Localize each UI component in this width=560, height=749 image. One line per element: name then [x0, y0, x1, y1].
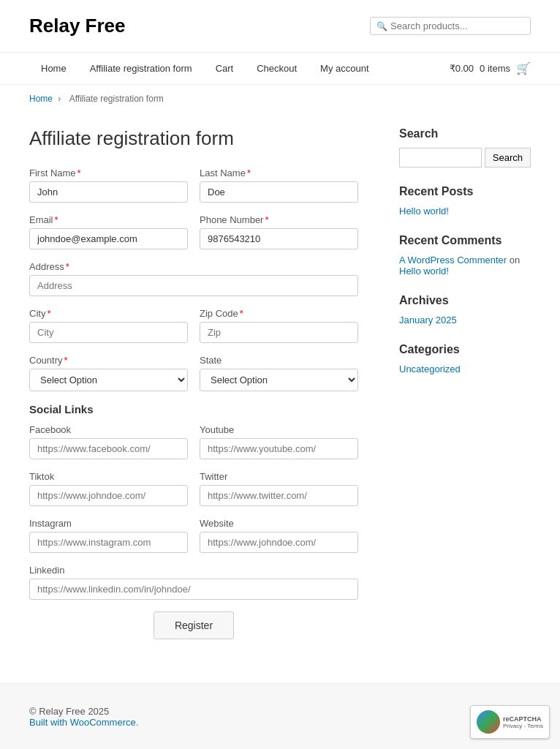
- sidebar-categories-title: Categories: [399, 343, 531, 356]
- sidebar-comment-author[interactable]: A WordPress Commenter: [399, 255, 507, 266]
- sidebar-comment-text: A WordPress Commenter on Hello world!: [399, 255, 531, 276]
- twitter-group: Twitter: [200, 471, 358, 506]
- city-zip-row: City* Zip Code*: [29, 308, 358, 343]
- twitter-input[interactable]: [200, 485, 358, 506]
- first-name-input[interactable]: [29, 181, 188, 203]
- sidebar-search-input[interactable]: [399, 148, 482, 168]
- phone-input[interactable]: [200, 228, 358, 249]
- state-group: State Select Option: [200, 355, 358, 391]
- facebook-input[interactable]: [29, 438, 188, 459]
- phone-group: Phone Number*: [200, 214, 358, 249]
- cart-info[interactable]: ₹0.00 0 items 🛒: [450, 61, 531, 75]
- first-name-label: First Name*: [29, 168, 188, 178]
- sidebar-archives: Archives January 2025: [399, 294, 531, 325]
- breadcrumb-current: Affiliate registration form: [69, 94, 164, 104]
- city-input[interactable]: [29, 322, 188, 343]
- last-name-group: Last Name*: [200, 168, 358, 203]
- address-row: Address*: [29, 261, 358, 296]
- sidebar-recent-post-0[interactable]: Hello world!: [399, 206, 531, 217]
- instagram-website-row: Instagram Website: [29, 518, 358, 553]
- header-search-input[interactable]: [390, 20, 524, 31]
- nav-links: Home Affiliate registration form Cart Ch…: [29, 53, 381, 84]
- main-content: Affiliate registration form First Name* …: [29, 127, 370, 639]
- city-label: City*: [29, 308, 188, 319]
- footer-woo: Built with WooCommerce.: [29, 717, 531, 728]
- nav-myaccount[interactable]: My account: [309, 53, 380, 84]
- sidebar: Search Search Recent Posts Hello world! …: [399, 127, 531, 639]
- email-input[interactable]: [29, 228, 188, 249]
- affiliate-form: First Name* Last Name* Email*: [29, 168, 358, 639]
- linkedin-input[interactable]: [29, 579, 358, 600]
- instagram-input[interactable]: [29, 532, 188, 553]
- sidebar-recent-comments-title: Recent Comments: [399, 234, 531, 247]
- sidebar-comment-on: on: [510, 255, 520, 266]
- breadcrumb: Home › Affiliate registration form: [0, 85, 560, 113]
- tiktok-input[interactable]: [29, 485, 188, 506]
- sidebar-comment-post[interactable]: Hello world!: [399, 266, 449, 276]
- page-title: Affiliate registration form: [29, 127, 370, 150]
- sidebar-recent-posts-title: Recent Posts: [399, 185, 531, 198]
- sidebar-archives-title: Archives: [399, 294, 531, 307]
- sidebar-search-title: Search: [399, 127, 531, 140]
- sidebar-category-0[interactable]: Uncategorized: [399, 364, 531, 374]
- nav-home[interactable]: Home: [29, 53, 78, 84]
- cart-icon: 🛒: [516, 61, 531, 75]
- website-input[interactable]: [200, 532, 358, 553]
- recaptcha-logo: [477, 710, 500, 734]
- nav-cart[interactable]: Cart: [204, 53, 246, 84]
- site-title[interactable]: Relay Free: [29, 15, 126, 37]
- country-group: Country* Select Option: [29, 355, 188, 391]
- sidebar-recent-comments: Recent Comments A WordPress Commenter on…: [399, 234, 531, 276]
- city-group: City*: [29, 308, 188, 343]
- youtube-label: Youtube: [200, 424, 358, 435]
- search-icon: 🔍: [377, 21, 387, 31]
- tiktok-twitter-row: Tiktok Twitter: [29, 471, 358, 506]
- website-label: Website: [200, 518, 358, 529]
- sidebar-search-bar: Search: [399, 148, 531, 168]
- cart-items: 0 items: [480, 63, 510, 74]
- name-row: First Name* Last Name*: [29, 168, 358, 203]
- linkedin-row: Linkedin: [29, 565, 358, 600]
- country-select[interactable]: Select Option: [29, 369, 188, 391]
- youtube-group: Youtube: [200, 424, 358, 459]
- zip-group: Zip Code*: [200, 308, 358, 343]
- website-group: Website: [200, 518, 358, 553]
- state-label: State: [200, 355, 358, 366]
- instagram-label: Instagram: [29, 518, 188, 529]
- facebook-group: Facebook: [29, 424, 188, 459]
- youtube-input[interactable]: [200, 438, 358, 459]
- footer-woo-link[interactable]: Built with WooCommerce: [29, 717, 136, 728]
- nav-checkout[interactable]: Checkout: [245, 53, 309, 84]
- nav-affiliate[interactable]: Affiliate registration form: [78, 53, 204, 84]
- facebook-label: Facebook: [29, 424, 188, 435]
- country-label: Country*: [29, 355, 188, 366]
- twitter-label: Twitter: [200, 471, 358, 482]
- address-input[interactable]: [29, 275, 358, 296]
- site-nav: Home Affiliate registration form Cart Ch…: [0, 53, 560, 85]
- sidebar-categories: Categories Uncategorized: [399, 343, 531, 374]
- breadcrumb-home[interactable]: Home: [29, 94, 53, 104]
- tiktok-label: Tiktok: [29, 471, 188, 482]
- state-select[interactable]: Select Option: [200, 369, 358, 391]
- phone-label: Phone Number*: [200, 214, 358, 225]
- register-button[interactable]: Register: [154, 611, 234, 639]
- country-state-row: Country* Select Option State Select Opti…: [29, 355, 358, 391]
- footer-copyright: © Relay Free 2025: [29, 706, 531, 717]
- register-btn-wrapper: Register: [29, 611, 358, 639]
- site-header: Relay Free 🔍: [0, 0, 560, 53]
- instagram-group: Instagram: [29, 518, 188, 553]
- email-phone-row: Email* Phone Number*: [29, 214, 358, 249]
- zip-label: Zip Code*: [200, 308, 358, 319]
- last-name-label: Last Name*: [200, 168, 358, 178]
- sidebar-archive-0[interactable]: January 2025: [399, 315, 531, 325]
- first-name-group: First Name*: [29, 168, 188, 203]
- zip-input[interactable]: [200, 322, 358, 343]
- sidebar-recent-posts: Recent Posts Hello world!: [399, 185, 531, 217]
- sidebar-search-section: Search Search: [399, 127, 531, 168]
- last-name-input[interactable]: [200, 181, 358, 203]
- recaptcha-text: reCAPTCHA Privacy - Terms: [503, 715, 543, 729]
- sidebar-search-button[interactable]: Search: [485, 148, 531, 168]
- header-search-bar: 🔍: [370, 17, 531, 35]
- tiktok-group: Tiktok: [29, 471, 188, 506]
- content-wrapper: Affiliate registration form First Name* …: [0, 113, 560, 669]
